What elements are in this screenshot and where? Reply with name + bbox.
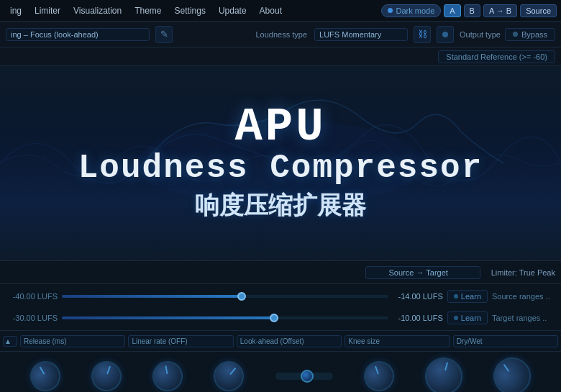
edit-icon[interactable]: ✎ [155, 26, 173, 43]
knob-2[interactable] [87, 357, 126, 392]
dark-mode-button[interactable]: Dark mode [381, 4, 441, 17]
horizontal-slider[interactable] [275, 373, 333, 380]
info-dot [442, 32, 448, 37]
learn-label-1: Learn [461, 292, 481, 301]
menu-item-ing[interactable]: ing [4, 4, 27, 17]
knob-wrap-slider [275, 361, 333, 391]
menu-item-settings[interactable]: Settings [169, 4, 211, 17]
knee-size-select[interactable]: Knee size [345, 335, 450, 347]
knob-4[interactable] [208, 355, 250, 392]
target-range-button[interactable]: Target ranges .. [492, 314, 557, 322]
bypass-dot [513, 32, 518, 37]
loudness-type-select[interactable]: LUFS Momentary [314, 28, 408, 41]
menu-item-about[interactable]: About [254, 4, 288, 17]
knob-wrap-2 [91, 361, 122, 391]
dark-mode-label: Dark mode [396, 6, 434, 15]
learn-button-2[interactable]: Learn [447, 311, 488, 324]
slider-row-2: -30.00 LUFS -10.00 LUFS Learn Target ran… [4, 309, 557, 327]
controls-row: ing – Focus (look-ahead) ✎ Loudness type… [0, 22, 561, 47]
dd-arrow-left[interactable]: ▲ [3, 336, 17, 347]
knob-7[interactable] [486, 350, 538, 392]
slider-fill-1 [62, 295, 242, 298]
horizontal-slider-thumb[interactable] [301, 370, 314, 383]
menu-item-theme[interactable]: Theme [129, 4, 167, 17]
bypass-button[interactable]: Bypass [505, 28, 555, 41]
source-target-select[interactable]: Source → Target [365, 266, 480, 279]
knob-wrap-6 [425, 357, 462, 392]
menu-item-update[interactable]: Update [213, 4, 252, 17]
knob-1[interactable] [24, 355, 65, 392]
learn-button-1[interactable]: Learn [447, 290, 488, 303]
source-row-spacer [485, 268, 487, 277]
output-section: Output type Bypass [460, 28, 555, 41]
bypass-label: Bypass [521, 30, 547, 39]
loudness-type-label: Loudness type [255, 30, 307, 39]
knobs-row [0, 352, 561, 392]
knob-wrap-4 [214, 361, 244, 391]
dark-mode-dot [388, 8, 393, 13]
learn-dot-1 [454, 294, 458, 298]
knob-wrap-7 [493, 357, 531, 392]
source-target-row: Source → Target Limiter: True Peak [0, 261, 561, 284]
menu-bar: ing Limiter Visualization Theme Settings… [0, 0, 561, 22]
knob-3[interactable] [150, 359, 186, 392]
limiter-label: Limiter: True Peak [491, 268, 555, 277]
mode-group: Dark mode A B A → B Source [381, 4, 557, 17]
knob-wrap-3 [152, 361, 183, 391]
slider-thumb-2[interactable] [270, 314, 278, 322]
link-icon[interactable]: ⛓ [414, 26, 431, 43]
slider-track-1[interactable] [62, 295, 388, 298]
preset-select[interactable]: ing – Focus (look-ahead) [6, 28, 150, 41]
main-title-area: APU Loudness Compressor 响度压缩扩展器 [0, 66, 561, 260]
slider-row-1: -40.00 LUFS -14.00 LUFS Learn Source ran… [4, 287, 557, 306]
slider-track-2[interactable] [62, 316, 388, 319]
ab-button-a[interactable]: A [444, 4, 460, 17]
knob-6[interactable] [421, 353, 467, 392]
bottom-section: Source → Target Limiter: True Peak -40.0… [0, 260, 561, 392]
title-apu: APU [234, 104, 326, 150]
lufs-out-2: -10.00 LUFS [393, 314, 443, 322]
ab-button-b[interactable]: B [464, 4, 480, 17]
sliders-section: -40.00 LUFS -14.00 LUFS Learn Source ran… [0, 284, 561, 330]
reference-row: Standard Reference (>= -60) [0, 47, 561, 66]
menu-item-visualization[interactable]: Visualization [68, 4, 127, 17]
linear-rate-select[interactable]: Linear rate (OFF) [128, 335, 233, 347]
drywet-select[interactable]: Dry/Wet [453, 335, 558, 347]
dropdowns-row: ▲ Release (ms) Linear rate (OFF) Look-ah… [0, 330, 561, 352]
lookahead-select[interactable]: Look-ahead (Offset) [237, 335, 342, 347]
slider-fill-2 [62, 316, 274, 319]
source-button[interactable]: Source [520, 4, 557, 17]
reference-button[interactable]: Standard Reference (>= -60) [438, 50, 555, 63]
output-type-label: Output type [460, 30, 501, 39]
source-range-button[interactable]: Source ranges .. [492, 292, 557, 301]
slider-thumb-1[interactable] [237, 292, 246, 301]
title-cn: 响度压缩扩展器 [195, 189, 366, 222]
lufs-out-1: -14.00 LUFS [393, 292, 443, 301]
ab-arrow-button[interactable]: A → B [483, 4, 517, 17]
knob-wrap-5 [364, 361, 394, 391]
menu-item-limiter[interactable]: Limiter [29, 4, 66, 17]
learn-dot-2 [454, 316, 458, 320]
knob-5[interactable] [360, 357, 398, 392]
knob-wrap-1 [30, 361, 60, 391]
lufs-in-2: -30.00 LUFS [4, 314, 58, 322]
learn-label-2: Learn [461, 314, 481, 322]
release-select[interactable]: Release (ms) [20, 335, 125, 347]
info-icon[interactable] [437, 26, 454, 43]
lufs-in-1: -40.00 LUFS [4, 292, 58, 301]
title-sub: Loudness Compressor [78, 150, 483, 187]
